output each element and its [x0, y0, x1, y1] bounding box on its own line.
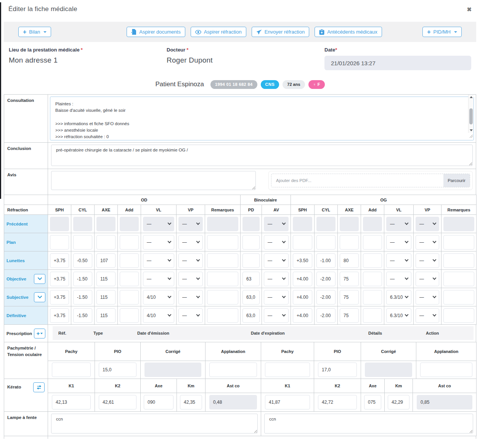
- og-vl-select[interactable]: —: [386, 217, 411, 231]
- antecedents-medicaux-button[interactable]: Antécédents médicaux: [315, 27, 382, 37]
- og-vp-select[interactable]: —: [416, 290, 439, 305]
- lampe-og-textarea[interactable]: [264, 414, 473, 433]
- lampe-od-textarea[interactable]: [51, 414, 258, 433]
- og-remarques-input[interactable]: [443, 308, 474, 323]
- consultation-scrollbar[interactable]: [468, 95, 474, 133]
- og-add-input[interactable]: [363, 217, 382, 231]
- od-add-input[interactable]: [120, 235, 139, 250]
- od-vl-select[interactable]: —: [143, 217, 174, 231]
- og-axe-input[interactable]: [340, 217, 359, 231]
- og-vl-select[interactable]: —: [386, 253, 411, 268]
- og-axe-input[interactable]: [340, 253, 359, 268]
- og-axe-input[interactable]: [364, 395, 381, 409]
- av-select[interactable]: —: [264, 253, 289, 268]
- conclusion-textarea[interactable]: [51, 145, 473, 166]
- av-select[interactable]: —: [264, 235, 289, 250]
- od-applanation-input[interactable]: [209, 363, 257, 377]
- od-vl-select[interactable]: —: [143, 272, 174, 286]
- og-vl-select[interactable]: —: [386, 272, 411, 286]
- od-vp-select[interactable]: —: [178, 217, 203, 231]
- og-corrige-input[interactable]: [365, 363, 412, 377]
- lieu-value[interactable]: Mon adresse 1: [9, 56, 167, 64]
- od-remarques-input[interactable]: [207, 253, 238, 268]
- og-applanation-input[interactable]: [420, 363, 472, 377]
- od-remarques-input[interactable]: [207, 217, 238, 231]
- objective-expand-button[interactable]: [34, 274, 45, 284]
- od-sph-input[interactable]: [50, 290, 69, 305]
- og-vp-select[interactable]: —: [416, 308, 439, 323]
- od-cyl-input[interactable]: [73, 290, 92, 305]
- og-add-input[interactable]: [363, 235, 382, 250]
- od-axe-input[interactable]: [96, 253, 116, 268]
- od-vl-select[interactable]: 4/10: [143, 308, 174, 323]
- og-vp-select[interactable]: —: [416, 253, 439, 268]
- od-vp-select[interactable]: —: [178, 308, 203, 323]
- pd-input[interactable]: [242, 272, 260, 286]
- og-pio-input[interactable]: [318, 363, 357, 377]
- od-cyl-input[interactable]: [73, 217, 92, 231]
- od-cyl-input[interactable]: [73, 272, 92, 286]
- od-axe-input[interactable]: [96, 272, 116, 286]
- od-pachy-input[interactable]: [52, 363, 91, 377]
- pd-input[interactable]: [242, 290, 260, 305]
- og-add-input[interactable]: [363, 253, 382, 268]
- av-select[interactable]: —: [264, 308, 289, 323]
- od-remarques-input[interactable]: [207, 235, 238, 250]
- od-cyl-input[interactable]: [73, 308, 92, 323]
- avis-textarea[interactable]: [51, 171, 256, 190]
- od-vl-select[interactable]: —: [143, 253, 174, 268]
- pd-input[interactable]: [242, 235, 260, 250]
- od-add-input[interactable]: [120, 290, 139, 305]
- od-k2-input[interactable]: [99, 395, 136, 409]
- og-remarques-input[interactable]: [443, 253, 474, 268]
- aspirer-refraction-button[interactable]: Aspirer réfraction: [191, 27, 246, 37]
- date-input[interactable]: [324, 56, 471, 70]
- od-remarques-input[interactable]: [207, 290, 238, 305]
- od-vp-select[interactable]: —: [178, 253, 203, 268]
- od-axe-input[interactable]: [144, 395, 173, 409]
- og-sph-input[interactable]: [293, 235, 312, 250]
- consultation-textarea[interactable]: Plaintes : Baisse d'acuité visuelle, gên…: [50, 97, 474, 140]
- og-k1-input[interactable]: [265, 395, 310, 409]
- og-remarques-input[interactable]: [443, 272, 474, 286]
- od-astco-input[interactable]: [209, 395, 257, 409]
- od-vl-select[interactable]: 4/10: [143, 290, 174, 305]
- og-cyl-input[interactable]: [316, 308, 336, 323]
- og-remarques-input[interactable]: [443, 217, 474, 231]
- og-vl-select[interactable]: —: [386, 235, 411, 250]
- av-select[interactable]: —: [264, 272, 289, 286]
- og-sph-input[interactable]: [293, 217, 312, 231]
- od-sph-input[interactable]: [50, 308, 69, 323]
- od-add-input[interactable]: [120, 217, 139, 231]
- pdf-file-input[interactable]: Ajouter des PDF... Parcourir: [271, 174, 470, 187]
- od-axe-input[interactable]: [96, 235, 116, 250]
- og-cyl-input[interactable]: [316, 235, 336, 250]
- od-add-input[interactable]: [120, 308, 139, 323]
- og-add-input[interactable]: [363, 308, 382, 323]
- od-pio-input[interactable]: [99, 363, 136, 377]
- parcourir-button[interactable]: Parcourir: [443, 174, 470, 187]
- od-axe-input[interactable]: [96, 217, 116, 231]
- od-add-input[interactable]: [120, 272, 139, 286]
- og-cyl-input[interactable]: [316, 272, 336, 286]
- og-axe-input[interactable]: [340, 308, 359, 323]
- od-vp-select[interactable]: —: [178, 235, 203, 250]
- bilan-button[interactable]: + Bilan: [18, 27, 51, 37]
- aspirer-documents-button[interactable]: Aspirer documents: [127, 27, 185, 37]
- od-sph-input[interactable]: [50, 217, 69, 231]
- od-cyl-input[interactable]: [73, 235, 92, 250]
- od-km-input[interactable]: [180, 395, 202, 409]
- og-remarques-input[interactable]: [443, 290, 474, 305]
- av-select[interactable]: —: [264, 290, 289, 305]
- resize-handle-icon[interactable]: [469, 134, 473, 138]
- og-axe-input[interactable]: [340, 235, 359, 250]
- od-sph-input[interactable]: [50, 272, 69, 286]
- og-add-input[interactable]: [363, 272, 382, 286]
- kerato-swap-button[interactable]: [33, 382, 45, 392]
- scrollbar-thumb[interactable]: [469, 108, 473, 124]
- og-pachy-input[interactable]: [265, 363, 310, 377]
- od-k1-input[interactable]: [52, 395, 91, 409]
- og-vl-select[interactable]: 6.3/10: [386, 308, 411, 323]
- od-cyl-input[interactable]: [73, 253, 92, 268]
- od-add-input[interactable]: [120, 253, 139, 268]
